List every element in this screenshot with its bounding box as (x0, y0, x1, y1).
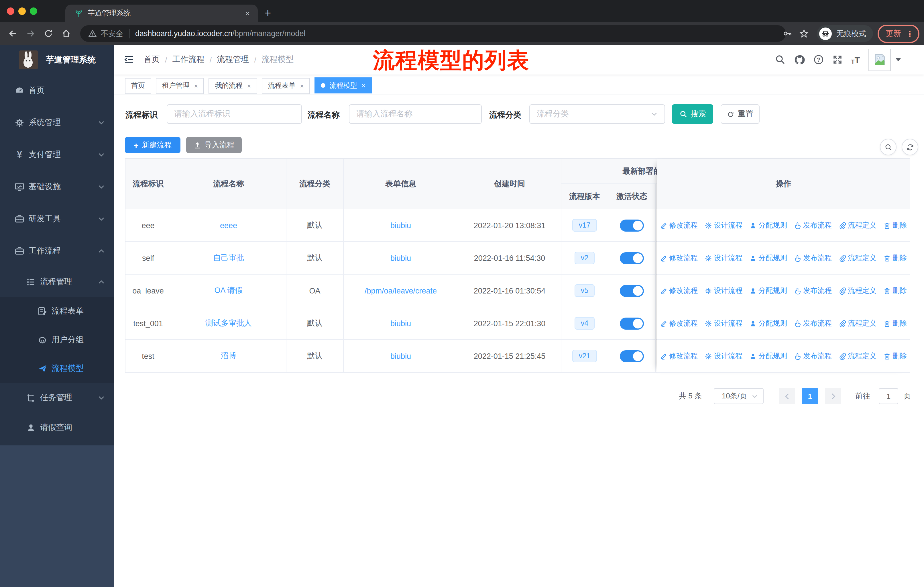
back-icon[interactable] (8, 29, 18, 38)
search-button[interactable]: 搜索 (672, 104, 713, 124)
process-name-link[interactable]: 滔博 (221, 351, 236, 361)
browser-menu-icon[interactable]: ⋮ (906, 29, 914, 38)
action-design-gear-link[interactable]: 设计流程 (705, 220, 742, 230)
address-bar[interactable]: 不安全 dashboard.yudao.iocoder.cn /bpm/mana… (80, 25, 786, 42)
sidebar-item-11[interactable]: 请假查询 (0, 413, 114, 443)
close-tag-icon[interactable]: × (362, 82, 365, 89)
form-link[interactable]: biubiu (390, 254, 411, 262)
process-name-link[interactable]: eeee (220, 221, 237, 230)
sidebar-item-8[interactable]: 用户分组 (0, 326, 114, 354)
avatar[interactable] (868, 48, 891, 71)
version-badge[interactable]: v5 (574, 284, 595, 297)
action-assign-user-link[interactable]: 分配规则 (749, 253, 787, 263)
active-toggle[interactable] (620, 350, 644, 362)
action-edit-link[interactable]: 修改流程 (660, 286, 698, 296)
forward-icon[interactable] (26, 29, 36, 38)
reload-icon[interactable] (43, 29, 53, 38)
action-publish-hand-link[interactable]: 发布流程 (794, 286, 832, 296)
import-process-button[interactable]: 导入流程 (186, 137, 242, 153)
breadcrumb-home[interactable]: 首页 (144, 55, 160, 65)
action-design-gear-link[interactable]: 设计流程 (705, 351, 742, 361)
action-trash-link[interactable]: 删除 (883, 220, 907, 230)
action-trash-link[interactable]: 删除 (883, 318, 907, 328)
action-edit-link[interactable]: 修改流程 (660, 318, 698, 328)
action-assign-user-link[interactable]: 分配规则 (749, 318, 787, 328)
sidebar-item-6[interactable]: 流程管理 (0, 267, 114, 297)
current-page[interactable]: 1 (802, 388, 818, 404)
help-icon[interactable]: ? (813, 55, 823, 65)
goto-page-input[interactable]: 1 (879, 388, 898, 404)
active-toggle[interactable] (620, 284, 644, 297)
process-name-link[interactable]: OA 请假 (214, 286, 243, 296)
active-toggle[interactable] (620, 317, 644, 329)
prev-page-button[interactable] (779, 388, 795, 404)
process-name-link[interactable]: 测试多审批人 (205, 318, 252, 329)
action-publish-hand-link[interactable]: 发布流程 (794, 318, 832, 328)
action-edit-link[interactable]: 修改流程 (660, 220, 698, 230)
form-link[interactable]: /bpm/oa/leave/create (365, 286, 437, 295)
form-link[interactable]: biubiu (390, 352, 411, 360)
tag-1[interactable]: 租户管理× (156, 78, 204, 94)
sidebar-item-10[interactable]: 任务管理 (0, 383, 114, 413)
breadcrumb-process-mgmt[interactable]: 流程管理 (217, 55, 249, 65)
action-edit-link[interactable]: 修改流程 (660, 351, 698, 361)
font-size-icon[interactable]: TT (851, 55, 860, 64)
page-size-select[interactable]: 10条/页 (714, 388, 764, 404)
action-design-gear-link[interactable]: 设计流程 (705, 286, 742, 296)
action-paperclip-link[interactable]: 流程定义 (839, 220, 876, 230)
search-icon[interactable] (775, 55, 785, 65)
action-trash-link[interactable]: 删除 (883, 253, 907, 263)
tag-3[interactable]: 流程表单× (262, 78, 310, 94)
sidebar-item-9[interactable]: 流程模型 (0, 354, 114, 383)
action-assign-user-link[interactable]: 分配规则 (749, 220, 787, 230)
update-button[interactable]: 更新 ⋮ (878, 24, 919, 43)
browser-tab[interactable]: 芋道管理系统 × (65, 5, 258, 22)
action-paperclip-link[interactable]: 流程定义 (839, 351, 876, 361)
action-edit-link[interactable]: 修改流程 (660, 253, 698, 263)
new-tab-button[interactable]: + (265, 7, 271, 20)
version-badge[interactable]: v4 (574, 317, 595, 330)
version-badge[interactable]: v17 (573, 219, 597, 232)
zoom-window-button[interactable] (30, 7, 37, 15)
close-tag-icon[interactable]: × (194, 82, 198, 89)
process-name-input[interactable]: 请输入流程名称 (349, 104, 482, 124)
minimize-window-button[interactable] (18, 7, 26, 15)
action-paperclip-link[interactable]: 流程定义 (839, 318, 876, 328)
action-assign-user-link[interactable]: 分配规则 (749, 351, 787, 361)
home-icon[interactable] (61, 29, 71, 38)
action-paperclip-link[interactable]: 流程定义 (839, 286, 876, 296)
process-id-input[interactable]: 请输入流程标识 (167, 104, 302, 124)
bookmark-star-icon[interactable] (799, 29, 809, 38)
show-search-icon-button[interactable] (880, 139, 896, 155)
action-publish-hand-link[interactable]: 发布流程 (794, 220, 832, 230)
action-paperclip-link[interactable]: 流程定义 (839, 253, 876, 263)
sidebar-item-3[interactable]: 基础设施 (0, 171, 114, 203)
action-trash-link[interactable]: 删除 (883, 286, 907, 296)
version-badge[interactable]: v2 (574, 251, 595, 265)
process-name-link[interactable]: 自己审批 (213, 253, 244, 263)
active-toggle[interactable] (620, 219, 644, 231)
close-tag-icon[interactable]: × (247, 82, 251, 89)
sidebar-item-5[interactable]: 工作流程 (0, 235, 114, 267)
breadcrumb-workflow[interactable]: 工作流程 (172, 55, 205, 65)
form-link[interactable]: biubiu (390, 221, 411, 230)
action-assign-user-link[interactable]: 分配规则 (749, 286, 787, 296)
process-category-select[interactable]: 流程分类 (529, 104, 665, 124)
sidebar-item-7[interactable]: 流程表单 (0, 297, 114, 326)
sidebar-item-0[interactable]: 首页 (0, 74, 114, 107)
key-icon[interactable] (782, 29, 792, 38)
version-badge[interactable]: v21 (573, 350, 597, 362)
create-process-button[interactable]: + 新建流程 (125, 137, 180, 153)
close-window-button[interactable] (7, 7, 14, 15)
tag-0[interactable]: 首页 (125, 78, 151, 94)
form-link[interactable]: biubiu (390, 319, 411, 327)
next-page-button[interactable] (825, 388, 841, 404)
close-tag-icon[interactable]: × (300, 82, 304, 89)
action-publish-hand-link[interactable]: 发布流程 (794, 253, 832, 263)
fullscreen-icon[interactable] (832, 55, 842, 65)
refresh-table-icon-button[interactable] (902, 139, 918, 155)
action-trash-link[interactable]: 删除 (883, 351, 907, 361)
action-publish-hand-link[interactable]: 发布流程 (794, 351, 832, 361)
sidebar-item-4[interactable]: 研发工具 (0, 203, 114, 235)
tag-2[interactable]: 我的流程× (209, 78, 257, 94)
